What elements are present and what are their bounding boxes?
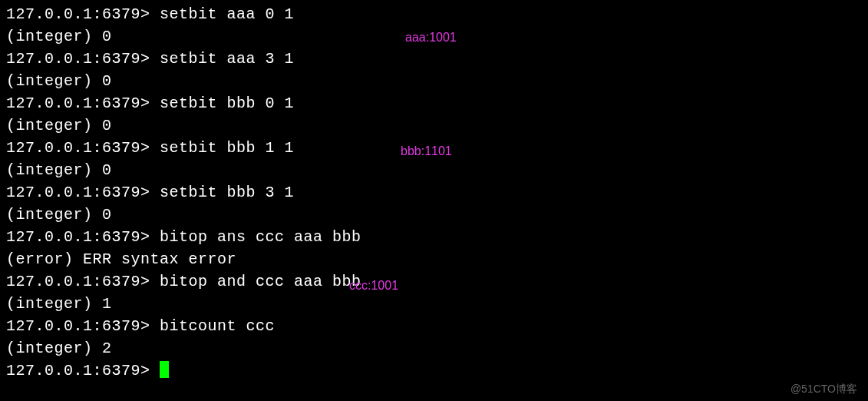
terminal-line: (integer) 0 bbox=[6, 159, 862, 181]
response-text: (integer) 0 bbox=[6, 28, 112, 45]
response-text: (integer) 0 bbox=[6, 72, 112, 90]
response-text: (integer) 2 bbox=[6, 340, 112, 357]
response-text: (error) ERR syntax error bbox=[6, 250, 236, 268]
prompt: 127.0.0.1:6379> bbox=[6, 362, 160, 379]
terminal-line: 127.0.0.1:6379> bitop and ccc aaa bbb bbox=[6, 270, 862, 293]
command-text: bitcount ccc bbox=[160, 317, 275, 335]
terminal-line: (integer) 1 bbox=[6, 293, 862, 315]
terminal-line: 127.0.0.1:6379> setbit bbb 3 1 bbox=[6, 181, 862, 204]
prompt: 127.0.0.1:6379> bbox=[6, 273, 160, 290]
terminal-line: (integer) 0 bbox=[6, 70, 862, 92]
prompt: 127.0.0.1:6379> bbox=[6, 184, 160, 201]
cursor-icon bbox=[160, 361, 169, 378]
command-text: setbit bbb 1 1 bbox=[160, 139, 294, 157]
command-text: bitop ans ccc aaa bbb bbox=[160, 228, 361, 246]
terminal-line: 127.0.0.1:6379> setbit aaa 0 1 bbox=[6, 3, 862, 25]
command-text: setbit aaa 3 1 bbox=[160, 50, 294, 68]
terminal-line: (integer) 0 bbox=[6, 204, 862, 226]
terminal-line: 127.0.0.1:6379> setbit aaa 3 1 bbox=[6, 48, 862, 70]
terminal-line-active[interactable]: 127.0.0.1:6379> bbox=[6, 360, 862, 382]
prompt: 127.0.0.1:6379> bbox=[6, 50, 160, 68]
terminal-line: (integer) 0 bbox=[6, 114, 862, 137]
prompt: 127.0.0.1:6379> bbox=[6, 94, 160, 112]
prompt: 127.0.0.1:6379> bbox=[6, 5, 160, 23]
terminal-line: (error) ERR syntax error bbox=[6, 248, 862, 270]
prompt: 127.0.0.1:6379> bbox=[6, 317, 160, 335]
command-text: setbit bbb 3 1 bbox=[160, 184, 294, 201]
response-text: (integer) 0 bbox=[6, 161, 112, 179]
watermark: @51CTO博客 bbox=[790, 383, 857, 396]
response-text: (integer) 0 bbox=[6, 206, 112, 224]
prompt: 127.0.0.1:6379> bbox=[6, 228, 160, 246]
prompt: 127.0.0.1:6379> bbox=[6, 139, 160, 157]
annotation-ccc: ccc:1001 bbox=[349, 279, 398, 293]
terminal-line: 127.0.0.1:6379> bitop ans ccc aaa bbb bbox=[6, 226, 862, 248]
terminal-line: 127.0.0.1:6379> bitcount ccc bbox=[6, 315, 862, 337]
response-text: (integer) 0 bbox=[6, 117, 112, 134]
command-text: setbit bbb 0 1 bbox=[160, 94, 294, 112]
command-text: bitop and ccc aaa bbb bbox=[160, 273, 361, 290]
response-text: (integer) 1 bbox=[6, 295, 112, 313]
terminal-output[interactable]: 127.0.0.1:6379> setbit aaa 0 1 (integer)… bbox=[0, 0, 868, 385]
terminal-line: 127.0.0.1:6379> setbit bbb 0 1 bbox=[6, 92, 862, 114]
terminal-line: (integer) 2 bbox=[6, 337, 862, 360]
command-text: setbit aaa 0 1 bbox=[160, 5, 294, 23]
annotation-bbb: bbb:1101 bbox=[401, 144, 452, 158]
annotation-aaa: aaa:1001 bbox=[405, 31, 457, 45]
